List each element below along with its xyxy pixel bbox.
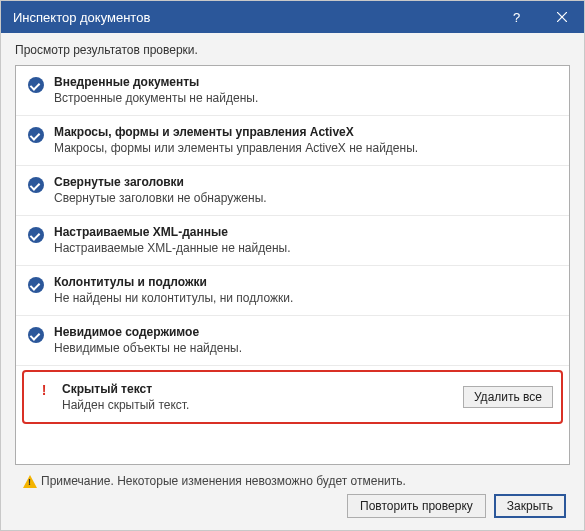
footer-note-text: Примечание. Некоторые изменения невозмож… [41,474,406,488]
footer-note: Примечание. Некоторые изменения невозмож… [15,465,570,494]
result-item: Невидимое содержимоеНевидимые объекты не… [16,316,569,366]
warning-icon [23,475,37,488]
footer-buttons: Повторить проверку Закрыть [15,494,570,518]
result-desc: Найден скрытый текст. [62,398,455,412]
results-panel: Внедренные документыВстроенные документы… [15,65,570,465]
window-title: Инспектор документов [13,10,150,25]
help-button[interactable]: ? [494,1,539,33]
dialog-window: Инспектор документов ? Просмотр результа… [0,0,585,531]
result-desc: Свернутые заголовки не обнаружены. [54,191,559,205]
close-window-button[interactable] [539,1,584,33]
result-item: Колонтитулы и подложкиНе найдены ни коло… [16,266,569,316]
check-icon [28,127,44,143]
close-icon [557,12,567,22]
dialog-content: Просмотр результатов проверки. Внедренны… [1,33,584,530]
close-button[interactable]: Закрыть [494,494,566,518]
result-item: Настраиваемые XML-данныеНастраиваемые XM… [16,216,569,266]
subtitle: Просмотр результатов проверки. [15,43,570,57]
check-icon [28,227,44,243]
exclamation-icon: ! [38,384,50,396]
result-desc: Невидимые объекты не найдены. [54,341,559,355]
result-item: Макросы, формы и элементы управления Act… [16,116,569,166]
results-list: Внедренные документыВстроенные документы… [16,66,569,424]
reinspect-button[interactable]: Повторить проверку [347,494,486,518]
result-desc: Не найдены ни колонтитулы, ни подложки. [54,291,559,305]
result-title: Макросы, формы и элементы управления Act… [54,125,559,139]
check-icon [28,277,44,293]
result-desc: Встроенные документы не найдены. [54,91,559,105]
result-item: Свернутые заголовкиСвернутые заголовки н… [16,166,569,216]
titlebar: Инспектор документов ? [1,1,584,33]
result-title: Свернутые заголовки [54,175,559,189]
check-icon [28,177,44,193]
result-desc: Макросы, формы или элементы управления A… [54,141,559,155]
result-title: Внедренные документы [54,75,559,89]
result-item: Внедренные документыВстроенные документы… [16,66,569,116]
check-icon [28,327,44,343]
result-desc: Настраиваемые XML-данные не найдены. [54,241,559,255]
check-icon [28,77,44,93]
result-item: !Скрытый текстНайден скрытый текст.Удали… [22,370,563,424]
result-title: Невидимое содержимое [54,325,559,339]
result-title: Скрытый текст [62,382,455,396]
remove-all-button[interactable]: Удалить все [463,386,553,408]
result-title: Колонтитулы и подложки [54,275,559,289]
result-title: Настраиваемые XML-данные [54,225,559,239]
